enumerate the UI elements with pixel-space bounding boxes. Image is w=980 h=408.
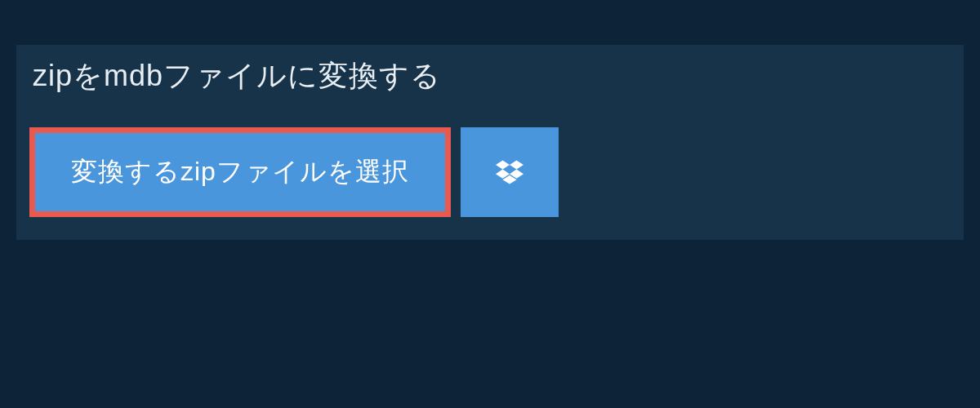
title-wrapper: zipをmdbファイルに変換する: [16, 45, 457, 108]
dropbox-icon: [496, 160, 523, 184]
converter-panel: zipをmdbファイルに変換する 変換するzipファイルを選択: [16, 45, 964, 240]
action-row: 変換するzipファイルを選択: [16, 108, 964, 240]
select-file-label: 変換するzipファイルを選択: [71, 154, 409, 190]
page-title: zipをmdbファイルに変換する: [33, 56, 441, 96]
select-file-button[interactable]: 変換するzipファイルを選択: [29, 127, 451, 217]
dropbox-button[interactable]: [461, 127, 559, 217]
